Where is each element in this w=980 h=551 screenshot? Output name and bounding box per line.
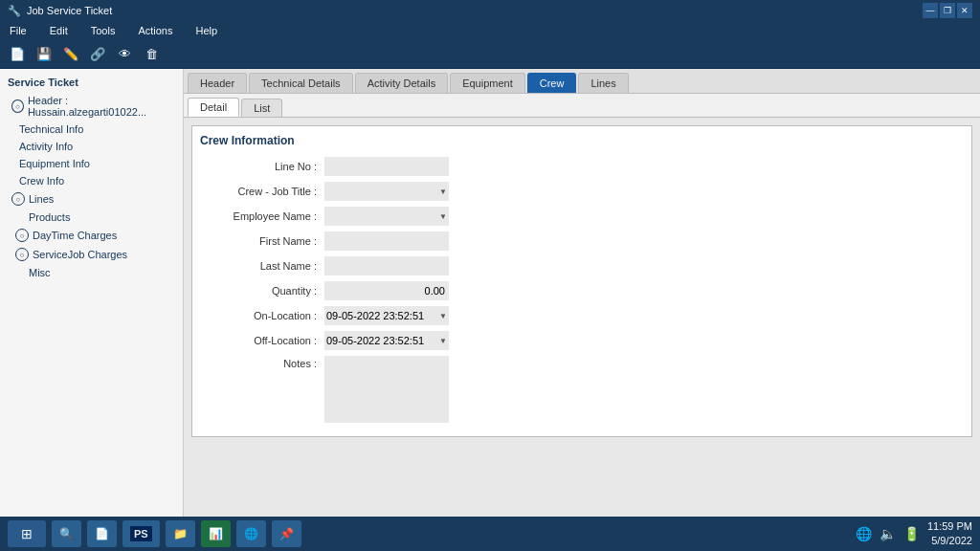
- taskbar-app-chrome[interactable]: 🌐: [236, 520, 266, 547]
- taskbar-app-powershell[interactable]: PS: [122, 520, 160, 547]
- label-on-location: On-Location :: [200, 310, 324, 321]
- toolbar-delete-button[interactable]: 🗑: [140, 44, 163, 65]
- clock-time: 11:59 PM: [927, 519, 972, 534]
- form-container: Crew Information Line No : Crew - Job Ti…: [191, 125, 972, 437]
- tray-volume-icon: 🔈: [880, 526, 896, 541]
- title-bar: 🔧 Job Service Ticket — ❐ ✕: [0, 0, 980, 21]
- servicejob-expand-icon: ○: [15, 248, 29, 261]
- daytime-expand-icon: ○: [15, 229, 29, 242]
- menu-actions[interactable]: Actions: [134, 23, 176, 38]
- search-icon: 🔍: [59, 527, 74, 540]
- select-on-location[interactable]: 09-05-2022 23:52:51 ▼: [324, 306, 449, 325]
- form-row-quantity: Quantity :: [200, 281, 964, 300]
- form-row-crew-job-title: Crew - Job Title : ▼: [200, 182, 964, 201]
- on-location-arrow-icon: ▼: [439, 312, 447, 320]
- sidebar-item-products[interactable]: Products: [0, 209, 183, 226]
- menu-file[interactable]: File: [6, 23, 31, 38]
- toolbar-link-button[interactable]: 🔗: [86, 44, 109, 65]
- menu-tools[interactable]: Tools: [87, 23, 120, 38]
- sidebar-item-equipment-info[interactable]: Equipment Info: [0, 155, 183, 172]
- sub-tab-detail[interactable]: Detail: [188, 98, 239, 117]
- menu-bar: File Edit Tools Actions Help: [0, 21, 980, 40]
- select-off-location[interactable]: 09-05-2022 23:52:51 ▼: [324, 331, 449, 350]
- taskbar-right: 🌐 🔈 🔋 11:59 PM 5/9/2022: [856, 519, 972, 549]
- sidebar-header-label: Header : Hussain.alzegarti01022...: [28, 95, 175, 118]
- toolbar-view-button[interactable]: 👁: [113, 44, 136, 65]
- form-row-on-location: On-Location : 09-05-2022 23:52:51 ▼: [200, 306, 964, 325]
- on-location-value: 09-05-2022 23:52:51: [326, 310, 424, 321]
- label-notes: Notes :: [200, 356, 324, 369]
- taskbar-app-search[interactable]: 🔍: [52, 520, 81, 547]
- tab-header[interactable]: Header: [188, 73, 247, 93]
- title-bar-left: 🔧 Job Service Ticket: [8, 5, 112, 17]
- form-row-lineno: Line No :: [200, 157, 964, 176]
- label-quantity: Quantity :: [200, 285, 324, 297]
- close-button[interactable]: ✕: [957, 3, 972, 18]
- sidebar-item-activity-info[interactable]: Activity Info: [0, 138, 183, 155]
- taskbar-app-explorer[interactable]: 📁: [166, 520, 195, 547]
- crew-job-title-arrow-icon: ▼: [439, 187, 447, 196]
- sidebar-item-daytime[interactable]: ○ DayTime Charges: [0, 226, 183, 245]
- title-bar-controls[interactable]: — ❐ ✕: [923, 3, 972, 18]
- sub-tab-list[interactable]: List: [241, 99, 282, 117]
- label-crew-job-title: Crew - Job Title :: [200, 186, 324, 197]
- select-employee-name[interactable]: ▼: [324, 207, 449, 226]
- form-row-employee-name: Employee Name : ▼: [200, 207, 964, 226]
- toolbar-new-button[interactable]: 📄: [6, 44, 29, 65]
- taskbar-app-excel[interactable]: 📊: [201, 520, 231, 547]
- sidebar-servicejob-label: ServiceJob Charges: [33, 249, 127, 260]
- taskbar-app-file[interactable]: 📄: [87, 520, 117, 547]
- clock-date: 5/9/2022: [927, 534, 972, 548]
- taskbar: ⊞ 🔍 📄 PS 📁 📊 🌐 📌 🌐 🔈 🔋 11:59 PM 5/9/2022: [0, 517, 980, 551]
- sidebar-item-lines[interactable]: ○ Lines: [0, 189, 183, 209]
- sidebar-item-servicejob[interactable]: ○ ServiceJob Charges: [0, 245, 183, 264]
- toolbar: 📄 💾 ✏️ 🔗 👁 🗑: [0, 40, 980, 69]
- expand-icon: ○: [11, 99, 24, 113]
- form-row-last-name: Last Name :: [200, 256, 964, 276]
- toolbar-save-button[interactable]: 💾: [33, 44, 56, 65]
- textarea-notes[interactable]: [324, 356, 449, 423]
- taskbar-app-pin[interactable]: 📌: [272, 520, 301, 547]
- toolbar-edit-button[interactable]: ✏️: [59, 44, 82, 65]
- window-title: Job Service Ticket: [27, 5, 112, 16]
- sidebar-lines-label: Lines: [29, 193, 54, 205]
- sidebar-item-technical-info[interactable]: Technical Info: [0, 121, 183, 138]
- powershell-icon: PS: [130, 526, 152, 541]
- app-icon: 🔧: [8, 5, 21, 17]
- off-location-value: 09-05-2022 23:52:51: [326, 335, 424, 346]
- content-area: Header Technical Details Activity Detail…: [184, 69, 980, 517]
- label-employee-name: Employee Name :: [200, 210, 324, 222]
- label-last-name: Last Name :: [200, 260, 324, 272]
- sidebar-header[interactable]: Service Ticket: [0, 73, 183, 92]
- tray-network-icon: 🌐: [856, 526, 872, 541]
- tab-activity-details[interactable]: Activity Details: [355, 73, 449, 93]
- minimize-button[interactable]: —: [923, 3, 938, 18]
- sub-tab-bar: Detail List: [184, 94, 980, 118]
- tab-lines[interactable]: Lines: [578, 73, 628, 93]
- off-location-arrow-icon: ▼: [439, 337, 447, 345]
- form-row-off-location: Off-Location : 09-05-2022 23:52:51 ▼: [200, 331, 964, 350]
- menu-edit[interactable]: Edit: [46, 23, 72, 38]
- input-last-name[interactable]: [324, 256, 449, 276]
- input-first-name[interactable]: [324, 231, 449, 251]
- sidebar-item-header[interactable]: ○ Header : Hussain.alzegarti01022...: [0, 92, 183, 121]
- label-first-name: First Name :: [200, 235, 324, 247]
- select-crew-job-title[interactable]: ▼: [324, 182, 449, 201]
- tab-technical-details[interactable]: Technical Details: [249, 73, 353, 93]
- start-button[interactable]: ⊞: [8, 520, 46, 547]
- maximize-button[interactable]: ❐: [940, 3, 955, 18]
- sidebar-item-misc[interactable]: Misc: [0, 264, 183, 281]
- input-quantity[interactable]: [324, 281, 449, 300]
- tab-equipment[interactable]: Equipment: [450, 73, 525, 93]
- tray-battery-icon: 🔋: [903, 526, 920, 541]
- input-lineno[interactable]: [324, 157, 449, 176]
- sidebar-item-crew-info[interactable]: Crew Info: [0, 172, 183, 189]
- label-off-location: Off-Location :: [200, 335, 324, 346]
- label-lineno: Line No :: [200, 161, 324, 172]
- tab-bar: Header Technical Details Activity Detail…: [184, 69, 980, 94]
- lines-expand-icon: ○: [11, 192, 25, 206]
- system-clock[interactable]: 11:59 PM 5/9/2022: [927, 519, 972, 549]
- menu-help[interactable]: Help: [191, 23, 221, 38]
- tab-crew[interactable]: Crew: [527, 73, 577, 93]
- form-row-first-name: First Name :: [200, 231, 964, 251]
